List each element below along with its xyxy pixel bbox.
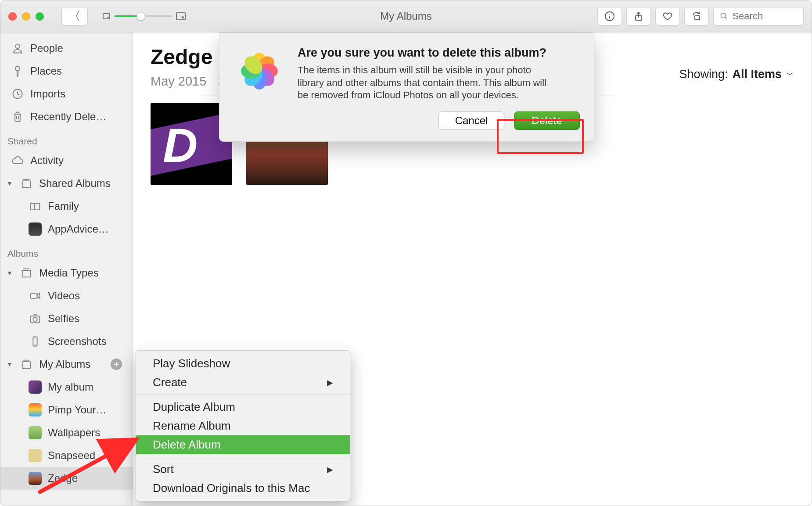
- sidebar-item-activity[interactable]: Activity: [0, 149, 133, 172]
- share-icon: [633, 11, 644, 22]
- sidebar-label: Snapseed: [48, 449, 95, 462]
- chevron-left-icon: 〈: [68, 8, 81, 25]
- menu-item-duplicate-album[interactable]: Duplicate Album: [136, 398, 350, 416]
- disclosure-triangle-icon[interactable]: ▼: [7, 269, 13, 276]
- svg-rect-15: [22, 270, 31, 277]
- album-thumbnail-icon: [29, 426, 42, 439]
- album-thumbnail-icon: [29, 222, 42, 236]
- search-field[interactable]: [713, 7, 804, 25]
- sidebar-item-imports[interactable]: Imports: [0, 83, 133, 105]
- rotate-icon: [691, 11, 702, 22]
- stack-icon: [20, 266, 33, 280]
- sidebar-label: Videos: [48, 290, 80, 302]
- trash-icon: [11, 110, 24, 123]
- sidebar-item-snapseed[interactable]: Snapseed: [0, 444, 133, 467]
- dialog-title: Are you sure you want to delete this alb…: [298, 46, 580, 60]
- disclosure-triangle-icon[interactable]: ▼: [7, 361, 13, 368]
- svg-rect-13: [31, 203, 40, 210]
- zoom-slider-thumb[interactable]: [137, 12, 145, 21]
- svg-point-7: [15, 44, 20, 48]
- photos-app-icon: [234, 45, 285, 97]
- sidebar-item-people[interactable]: People: [0, 37, 133, 60]
- sidebar-item-my-album[interactable]: My album: [0, 376, 133, 398]
- sidebar-item-screenshots[interactable]: Screenshots: [0, 330, 133, 353]
- sidebar-label: My album: [48, 381, 93, 393]
- thumbnail-zoom-control[interactable]: [103, 12, 186, 20]
- search-input[interactable]: [732, 11, 797, 22]
- zoom-in-icon: [176, 12, 186, 20]
- favorite-button[interactable]: [655, 7, 680, 25]
- close-window-button[interactable]: [8, 12, 17, 21]
- sidebar: People Places Imports Recently Dele… Sha…: [0, 32, 133, 506]
- back-button[interactable]: 〈: [61, 7, 88, 25]
- sidebar-section-albums: Albums: [0, 240, 133, 262]
- zoom-out-icon: [103, 13, 110, 19]
- disclosure-triangle-icon[interactable]: ▼: [7, 180, 13, 187]
- window-controls: [8, 12, 44, 21]
- menu-item-download-originals[interactable]: Download Originals to this Mac: [136, 479, 350, 498]
- device-icon: [29, 335, 42, 348]
- sidebar-label: Screenshots: [48, 335, 106, 348]
- sidebar-item-media-types[interactable]: ▼ Media Types: [0, 262, 133, 284]
- minimize-window-button[interactable]: [22, 12, 30, 21]
- sidebar-section-shared: Shared: [0, 128, 133, 149]
- sidebar-item-shared-albums[interactable]: ▼ Shared Albums: [0, 172, 133, 195]
- cloud-icon: [11, 154, 24, 167]
- sidebar-label: Media Types: [39, 267, 99, 279]
- svg-line-6: [725, 17, 727, 19]
- pin-icon: [11, 65, 24, 78]
- menu-separator: [136, 457, 350, 457]
- sidebar-label: Shared Albums: [39, 177, 111, 190]
- sidebar-label: Family: [48, 200, 79, 212]
- fullscreen-window-button[interactable]: [36, 12, 44, 21]
- chevron-down-icon: ﹀: [786, 69, 794, 80]
- person-icon: [11, 42, 24, 55]
- delete-button[interactable]: Delete: [514, 111, 580, 130]
- sidebar-item-pimp-your[interactable]: Pimp Your…: [0, 398, 133, 421]
- sidebar-item-family[interactable]: Family: [0, 195, 133, 218]
- menu-separator: [136, 395, 350, 395]
- menu-item-create[interactable]: Create▶: [136, 373, 350, 392]
- add-album-button[interactable]: +: [111, 359, 122, 370]
- sidebar-item-recently-deleted[interactable]: Recently Dele…: [0, 105, 133, 128]
- menu-item-rename-album[interactable]: Rename Album: [136, 416, 350, 435]
- sidebar-label: Selfies: [48, 312, 79, 325]
- stack-icon: [20, 177, 33, 190]
- sidebar-item-places[interactable]: Places: [0, 60, 133, 83]
- info-icon: [604, 11, 615, 22]
- info-button[interactable]: [597, 7, 622, 25]
- sidebar-item-appadvice[interactable]: AppAdvice…: [0, 218, 133, 240]
- menu-item-play-slideshow[interactable]: Play Slideshow: [136, 354, 350, 373]
- sidebar-item-wallpapers[interactable]: Wallpapers: [0, 421, 133, 444]
- clock-icon: [11, 87, 24, 100]
- camera-icon: [29, 312, 42, 325]
- menu-item-sort[interactable]: Sort▶: [136, 460, 350, 479]
- sidebar-item-zedge[interactable]: Zedge: [0, 467, 133, 490]
- delete-confirm-dialog: Are you sure you want to delete this alb…: [219, 32, 594, 142]
- showing-filter[interactable]: Showing: All Items ﹀: [679, 68, 794, 81]
- share-button[interactable]: [626, 7, 651, 25]
- svg-point-18: [33, 317, 37, 321]
- sidebar-label: Imports: [30, 88, 65, 100]
- album-thumbnail-icon: [29, 403, 42, 416]
- context-menu: Play Slideshow Create▶ Duplicate Album R…: [136, 350, 350, 502]
- sidebar-label: Wallpapers: [48, 427, 100, 439]
- menu-item-delete-album[interactable]: Delete Album: [136, 435, 350, 454]
- sidebar-label: Zedge: [48, 472, 78, 484]
- cancel-button[interactable]: Cancel: [438, 111, 504, 130]
- submenu-arrow-icon: ▶: [327, 378, 333, 388]
- zoom-slider[interactable]: [115, 15, 172, 17]
- svg-rect-14: [34, 203, 35, 210]
- rotate-button[interactable]: [684, 7, 709, 25]
- search-icon: [720, 11, 728, 21]
- album-date: May 2015: [151, 74, 206, 89]
- sidebar-label: AppAdvice…: [48, 223, 109, 235]
- sidebar-label: People: [30, 42, 63, 54]
- showing-value: All Items: [732, 68, 782, 81]
- sidebar-label: My Albums: [39, 358, 90, 370]
- sidebar-item-selfies[interactable]: Selfies: [0, 307, 133, 330]
- sidebar-item-videos[interactable]: Videos: [0, 284, 133, 307]
- svg-point-2: [609, 14, 610, 15]
- sidebar-item-my-albums[interactable]: ▼ My Albums +: [0, 353, 133, 376]
- sidebar-label: Pimp Your…: [48, 404, 106, 416]
